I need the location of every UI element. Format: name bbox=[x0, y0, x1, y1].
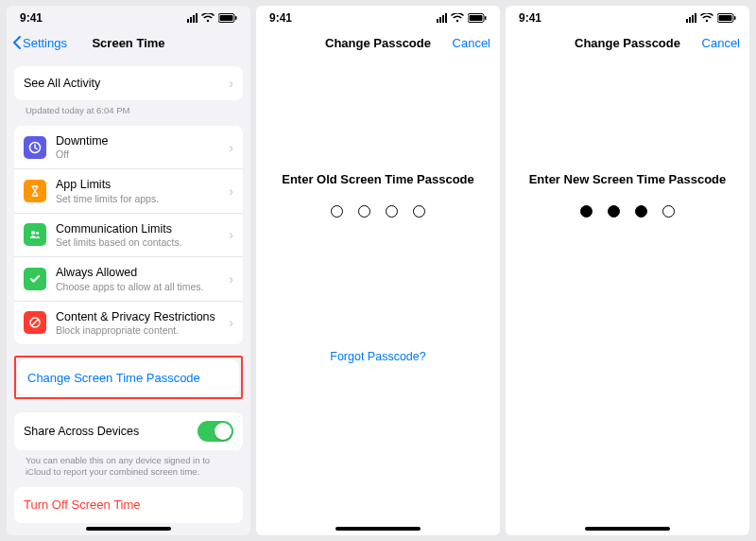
chevron-right-icon: › bbox=[229, 271, 233, 287]
wifi-icon bbox=[451, 13, 464, 23]
status-icons bbox=[187, 13, 237, 23]
chevron-right-icon: › bbox=[229, 76, 233, 91]
comm-limits-sub: Set limits based on contacts. bbox=[56, 236, 223, 248]
see-all-activity-cell[interactable]: See All Activity › bbox=[14, 66, 243, 100]
app-limits-title: App Limits bbox=[56, 178, 223, 191]
chevron-right-icon: › bbox=[229, 183, 233, 199]
passcode-dot bbox=[386, 205, 398, 218]
wifi-icon bbox=[201, 13, 215, 23]
cancel-button[interactable]: Cancel bbox=[453, 36, 490, 50]
see-all-activity-group: See All Activity › bbox=[14, 66, 243, 100]
passcode-dot bbox=[608, 205, 620, 218]
passcode-dot bbox=[662, 205, 675, 218]
share-devices-cell[interactable]: Share Across Devices bbox=[14, 412, 243, 450]
hourglass-icon bbox=[24, 180, 46, 202]
svg-rect-2 bbox=[235, 16, 237, 20]
passcode-dot bbox=[635, 205, 647, 218]
passcode-dot bbox=[358, 205, 370, 218]
svg-rect-9 bbox=[485, 16, 487, 20]
always-allowed-title: Always Allowed bbox=[56, 266, 223, 279]
change-passcode-group: Change Screen Time Passcode bbox=[18, 359, 239, 395]
downtime-sub: Off bbox=[56, 148, 223, 160]
downtime-title: Downtime bbox=[56, 134, 223, 148]
content-privacy-title: Content & Privacy Restrictions bbox=[56, 310, 223, 323]
passcode-prompt: Enter New Screen Time Passcode bbox=[506, 172, 749, 186]
always-allowed-cell[interactable]: Always Allowed Choose apps to allow at a… bbox=[14, 257, 243, 301]
downtime-icon bbox=[24, 136, 46, 159]
share-devices-group: Share Across Devices bbox=[14, 412, 243, 450]
status-bar: 9:41 bbox=[7, 6, 250, 26]
app-limits-cell[interactable]: App Limits Set time limits for apps. › bbox=[14, 169, 243, 213]
check-icon bbox=[24, 268, 46, 290]
passcode-prompt: Enter Old Screen Time Passcode bbox=[256, 172, 500, 186]
phone-enter-new-passcode: 9:41 Change Passcode Cancel Enter New Sc… bbox=[506, 6, 749, 535]
passcode-dots[interactable] bbox=[256, 205, 500, 218]
people-icon bbox=[24, 223, 46, 246]
chevron-right-icon: › bbox=[229, 315, 233, 330]
passcode-dots[interactable] bbox=[506, 205, 749, 218]
navbar: Change Passcode Cancel bbox=[256, 26, 500, 59]
navbar: Change Passcode Cancel bbox=[506, 26, 749, 59]
forgot-passcode-link[interactable]: Forgot Passcode? bbox=[256, 350, 500, 363]
content-privacy-cell[interactable]: Content & Privacy Restrictions Block ina… bbox=[14, 302, 243, 344]
svg-rect-12 bbox=[734, 16, 736, 20]
svg-point-5 bbox=[36, 232, 39, 235]
svg-rect-8 bbox=[470, 15, 483, 21]
turn-off-button[interactable]: Turn Off Screen Time bbox=[14, 487, 243, 523]
svg-rect-1 bbox=[220, 15, 233, 21]
share-devices-note: You can enable this on any device signed… bbox=[14, 450, 243, 478]
share-devices-label: Share Across Devices bbox=[24, 425, 198, 438]
see-all-label: See All Activity bbox=[24, 77, 223, 90]
status-time: 9:41 bbox=[20, 11, 67, 25]
status-time: 9:41 bbox=[519, 11, 566, 25]
cancel-button[interactable]: Cancel bbox=[702, 36, 740, 50]
cellular-icon bbox=[437, 13, 447, 23]
status-time: 9:41 bbox=[269, 11, 317, 25]
app-limits-sub: Set time limits for apps. bbox=[56, 193, 223, 204]
status-icons bbox=[686, 13, 736, 23]
battery-icon bbox=[468, 13, 487, 23]
home-indicator[interactable] bbox=[335, 527, 421, 531]
battery-icon bbox=[717, 13, 736, 23]
chevron-right-icon: › bbox=[229, 140, 233, 155]
updated-note: Updated today at 6:04 PM bbox=[14, 100, 243, 116]
always-allowed-sub: Choose apps to allow at all times. bbox=[56, 281, 223, 292]
turn-off-group: Turn Off Screen Time bbox=[14, 487, 243, 523]
phone-screen-time: 9:41 Settings Screen Time See All Activi… bbox=[7, 6, 250, 535]
passcode-dot bbox=[580, 205, 593, 218]
battery-icon bbox=[218, 13, 237, 23]
limits-group: Downtime Off › App Limits Set time limit… bbox=[14, 126, 243, 344]
cellular-icon bbox=[686, 13, 696, 23]
home-indicator[interactable] bbox=[585, 527, 670, 531]
cellular-icon bbox=[187, 13, 198, 23]
svg-rect-11 bbox=[719, 15, 732, 21]
phone-enter-old-passcode: 9:41 Change Passcode Cancel Enter Old Sc… bbox=[256, 6, 500, 535]
share-devices-toggle[interactable] bbox=[198, 421, 233, 442]
navbar: Settings Screen Time bbox=[7, 26, 250, 59]
status-bar: 9:41 bbox=[506, 6, 749, 26]
no-entry-icon bbox=[24, 311, 46, 334]
communication-limits-cell[interactable]: Communication Limits Set limits based on… bbox=[14, 214, 243, 257]
svg-point-4 bbox=[31, 231, 35, 235]
passcode-dot bbox=[413, 205, 425, 218]
highlight-box: Change Screen Time Passcode bbox=[14, 356, 243, 399]
passcode-dot bbox=[331, 205, 343, 218]
turn-off-label: Turn Off Screen Time bbox=[24, 497, 141, 512]
chevron-right-icon: › bbox=[229, 227, 233, 242]
page-title: Screen Time bbox=[7, 36, 250, 50]
change-passcode-button[interactable]: Change Screen Time Passcode bbox=[18, 359, 239, 395]
change-passcode-label: Change Screen Time Passcode bbox=[27, 371, 200, 385]
comm-limits-title: Communication Limits bbox=[56, 222, 223, 236]
content-privacy-sub: Block inappropriate content. bbox=[56, 324, 223, 336]
wifi-icon bbox=[700, 13, 713, 23]
home-indicator[interactable] bbox=[86, 527, 171, 531]
status-bar: 9:41 bbox=[256, 6, 500, 26]
downtime-cell[interactable]: Downtime Off › bbox=[14, 126, 243, 169]
status-icons bbox=[437, 13, 487, 23]
